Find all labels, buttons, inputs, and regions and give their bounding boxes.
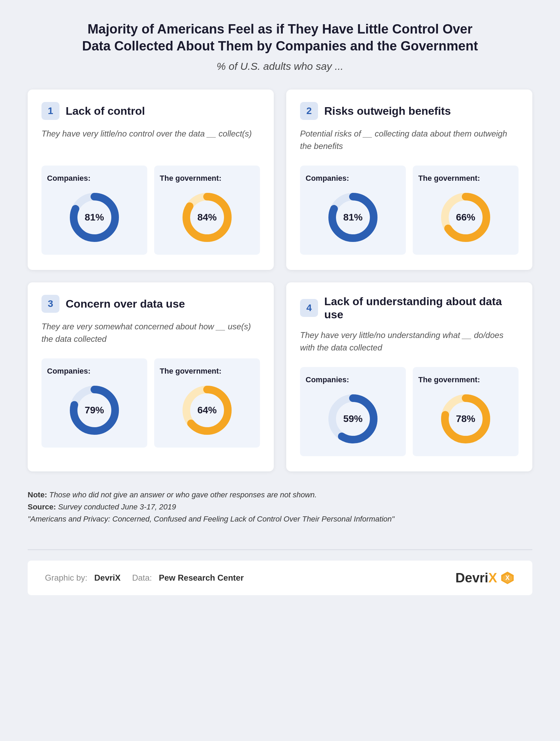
card-3-government-donut: 64% bbox=[179, 383, 235, 438]
card-2-companies: Companies: 81% bbox=[300, 166, 406, 255]
card-3-companies-value: 79% bbox=[85, 405, 104, 416]
card-3-charts: Companies: 79% The government: 64% bbox=[41, 358, 260, 448]
card-4-charts: Companies: 59% The government: 78% bbox=[300, 367, 519, 456]
card-1-government: The government: 84% bbox=[154, 166, 260, 255]
card-1-government-donut: 84% bbox=[179, 190, 235, 245]
footer-attribution: Graphic by: DevriX Data: Pew Research Ce… bbox=[45, 573, 244, 583]
card-1-charts: Companies: 81% The government: 84% bbox=[41, 166, 260, 255]
graphic-by-label: Graphic by: bbox=[45, 573, 87, 582]
card-1-government-label: The government: bbox=[160, 174, 221, 183]
card-1-companies-label: Companies: bbox=[47, 174, 91, 183]
card-1-number: 1 bbox=[41, 102, 59, 120]
footer-divider bbox=[28, 549, 532, 550]
card-3-companies-donut: 79% bbox=[67, 383, 122, 438]
card-4-companies-value: 59% bbox=[343, 413, 363, 424]
card-4-header: 4 Lack of understanding about data use bbox=[300, 295, 519, 321]
card-3-number: 3 bbox=[41, 295, 59, 313]
card-3-government: The government: 64% bbox=[154, 358, 260, 448]
svg-text:X: X bbox=[505, 574, 510, 581]
card-2-government-label: The government: bbox=[418, 174, 480, 183]
card-4-government-value: 78% bbox=[456, 413, 475, 424]
card-4-title: Lack of understanding about data use bbox=[324, 295, 519, 321]
card-2-description: Potential risks of __ collecting data ab… bbox=[300, 128, 519, 155]
graphic-by-name: DevriX bbox=[94, 573, 121, 582]
card-2-government: The government: 66% bbox=[413, 166, 519, 255]
card-1-description: They have very little/no control over th… bbox=[41, 128, 260, 155]
card-1-companies-donut: 81% bbox=[67, 190, 122, 245]
card-1: 1 Lack of control They have very little/… bbox=[28, 90, 274, 270]
card-3-title: Concern over data use bbox=[66, 297, 185, 310]
logo-icon: X bbox=[500, 570, 515, 585]
footer: Graphic by: DevriX Data: Pew Research Ce… bbox=[28, 561, 532, 595]
notes-quote: "Americans and Privacy: Concerned, Confu… bbox=[28, 513, 532, 525]
note-text: Those who did not give an answer or who … bbox=[49, 490, 317, 499]
data-name: Pew Research Center bbox=[159, 573, 244, 582]
source-bold-label: Source: bbox=[28, 503, 56, 511]
card-3-header: 3 Concern over data use bbox=[41, 295, 260, 313]
page-title: Majority of Americans Feel as if They Ha… bbox=[73, 21, 487, 55]
card-1-header: 1 Lack of control bbox=[41, 102, 260, 120]
card-3: 3 Concern over data use They are very so… bbox=[28, 282, 274, 471]
card-2-government-donut: 66% bbox=[438, 190, 493, 245]
notes-note: Note: Those who did not give an answer o… bbox=[28, 489, 532, 501]
page-subtitle: % of U.S. adults who say ... bbox=[217, 60, 344, 72]
card-4: 4 Lack of understanding about data use T… bbox=[286, 282, 532, 471]
card-3-description: They are very somewhat concerned about h… bbox=[41, 320, 260, 348]
cards-grid: 1 Lack of control They have very little/… bbox=[28, 90, 532, 471]
card-1-title: Lack of control bbox=[66, 104, 145, 118]
card-2-government-value: 66% bbox=[456, 212, 475, 223]
card-4-government-label: The government: bbox=[418, 375, 480, 384]
card-3-government-value: 64% bbox=[197, 405, 217, 416]
card-2-header: 2 Risks outweigh benefits bbox=[300, 102, 519, 120]
card-4-government: The government: 78% bbox=[413, 367, 519, 456]
card-1-government-value: 84% bbox=[197, 212, 217, 223]
card-3-companies-label: Companies: bbox=[47, 367, 91, 376]
card-4-description: They have very little/no understanding w… bbox=[300, 329, 519, 357]
card-1-companies: Companies: 81% bbox=[41, 166, 147, 255]
card-2-number: 2 bbox=[300, 102, 318, 120]
logo-text: DevriX bbox=[456, 571, 497, 585]
data-label: Data: bbox=[132, 573, 152, 582]
card-2: 2 Risks outweigh benefits Potential risk… bbox=[286, 90, 532, 270]
card-4-companies: Companies: 59% bbox=[300, 367, 406, 456]
card-2-companies-label: Companies: bbox=[306, 174, 349, 183]
card-4-companies-label: Companies: bbox=[306, 375, 349, 384]
card-4-number: 4 bbox=[300, 299, 318, 317]
source-text: Survey conducted June 3-17, 2019 bbox=[58, 503, 176, 511]
notes-section: Note: Those who did not give an answer o… bbox=[28, 489, 532, 525]
notes-source: Source: Survey conducted June 3-17, 2019 bbox=[28, 501, 532, 513]
card-2-title: Risks outweigh benefits bbox=[324, 104, 451, 118]
card-2-charts: Companies: 81% The government: 66% bbox=[300, 166, 519, 255]
card-1-companies-value: 81% bbox=[85, 212, 104, 223]
logo-x: X bbox=[488, 571, 497, 585]
footer-logo: DevriX X bbox=[456, 570, 515, 585]
card-2-companies-donut: 81% bbox=[325, 190, 381, 245]
note-bold-label: Note: bbox=[28, 490, 47, 499]
card-4-government-donut: 78% bbox=[438, 391, 493, 447]
card-2-companies-value: 81% bbox=[343, 212, 363, 223]
card-4-companies-donut: 59% bbox=[325, 391, 381, 447]
quote-text: "Americans and Privacy: Concerned, Confu… bbox=[28, 515, 394, 523]
card-3-companies: Companies: 79% bbox=[41, 358, 147, 448]
card-3-government-label: The government: bbox=[160, 367, 221, 376]
